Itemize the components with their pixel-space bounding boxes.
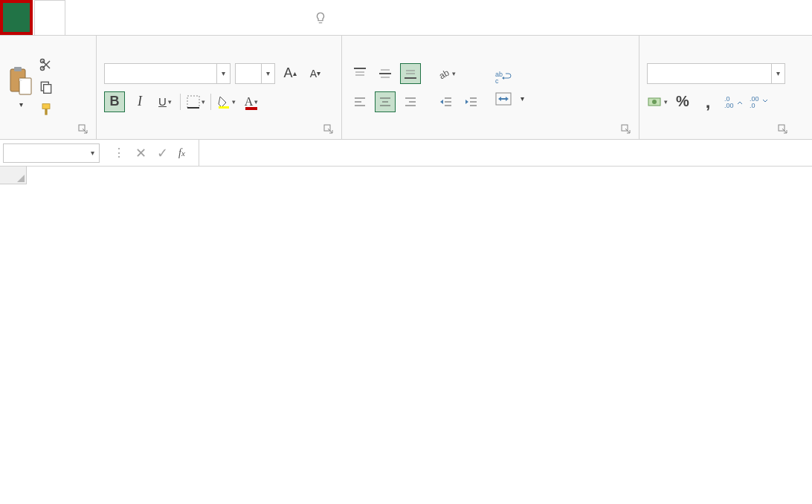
- increase-indent-icon[interactable]: [461, 91, 482, 112]
- svg-rect-6: [44, 84, 51, 93]
- tab-developer[interactable]: [244, 0, 274, 35]
- group-font: ▾ ▾ A▴ A▾ B I U A: [97, 36, 342, 139]
- formula-input[interactable]: [199, 140, 812, 166]
- chevron-down-icon: ▾: [521, 94, 524, 103]
- comma-icon[interactable]: ,: [697, 91, 718, 112]
- align-top-icon[interactable]: [349, 63, 370, 84]
- align-bottom-icon[interactable]: [400, 63, 421, 84]
- fill-color-button[interactable]: [216, 91, 236, 112]
- align-right-icon[interactable]: [400, 91, 421, 112]
- chevron-down-icon: ▾: [19, 100, 23, 109]
- align-middle-icon[interactable]: [375, 63, 396, 84]
- chevron-down-icon: ▾: [771, 64, 784, 83]
- svg-text:.0: .0: [750, 102, 755, 109]
- tab-insert[interactable]: [65, 0, 95, 35]
- tab-page-layout[interactable]: [95, 0, 125, 35]
- ribbon: ▾ ▾ ▾: [0, 36, 812, 140]
- svg-rect-8: [45, 109, 47, 114]
- svg-rect-7: [42, 103, 50, 109]
- svg-text:c: c: [495, 77, 499, 85]
- file-tab-highlight: [0, 0, 33, 35]
- decrease-decimal-icon[interactable]: .00.0: [748, 91, 769, 112]
- chevron-down-icon: ▾: [216, 64, 230, 83]
- group-alignment: ab abc ▾: [342, 36, 639, 139]
- chevron-down-icon: ▾: [261, 64, 274, 83]
- ribbon-tabs: [0, 0, 812, 36]
- lightbulb-icon: [314, 11, 327, 25]
- tab-data[interactable]: [155, 0, 184, 35]
- dots-icon[interactable]: ⋮: [113, 146, 125, 160]
- tab-home[interactable]: [34, 0, 65, 35]
- tab-formulas[interactable]: [125, 0, 155, 35]
- tab-review[interactable]: [184, 0, 214, 35]
- group-clipboard: ▾: [0, 36, 97, 139]
- italic-button[interactable]: I: [129, 91, 150, 112]
- font-name-select[interactable]: ▾: [104, 63, 231, 84]
- wrap-text-button[interactable]: abc: [495, 70, 524, 85]
- percent-icon[interactable]: %: [672, 91, 693, 112]
- svg-text:.00: .00: [724, 102, 734, 109]
- svg-rect-1: [14, 67, 22, 71]
- cancel-icon[interactable]: ✕: [135, 145, 146, 161]
- fx-icon[interactable]: fx: [178, 147, 185, 159]
- spreadsheet-grid: [0, 167, 812, 184]
- align-center-icon[interactable]: [375, 91, 396, 112]
- paste-button[interactable]: ▾: [7, 66, 34, 109]
- align-left-icon[interactable]: [349, 91, 370, 112]
- merge-center-icon: [495, 92, 512, 106]
- svg-text:ab: ab: [437, 67, 451, 80]
- tab-help[interactable]: [274, 0, 303, 35]
- font-size-select[interactable]: ▾: [235, 63, 275, 84]
- copy-icon[interactable]: [39, 80, 54, 94]
- wrap-text-icon: abc: [495, 70, 512, 85]
- accounting-format-icon[interactable]: [647, 91, 668, 112]
- svg-rect-10: [187, 96, 199, 108]
- cut-icon[interactable]: [39, 57, 54, 72]
- merge-center-button[interactable]: ▾: [495, 92, 524, 106]
- enter-icon[interactable]: ✓: [157, 145, 168, 161]
- increase-font-icon[interactable]: A▴: [280, 63, 300, 84]
- chevron-down-icon: ▾: [86, 149, 99, 157]
- dialog-launcher-icon[interactable]: [778, 124, 788, 135]
- dialog-launcher-icon[interactable]: [323, 124, 334, 135]
- dialog-launcher-icon[interactable]: [621, 124, 631, 135]
- bold-button[interactable]: B: [104, 91, 125, 112]
- name-box[interactable]: ▾: [3, 143, 100, 163]
- number-format-select[interactable]: ▾: [647, 63, 785, 84]
- tab-view[interactable]: [214, 0, 244, 35]
- dialog-launcher-icon[interactable]: [78, 124, 88, 135]
- tell-me-search[interactable]: [303, 0, 344, 35]
- select-all-corner[interactable]: [0, 167, 27, 184]
- orientation-icon[interactable]: ab: [436, 63, 457, 84]
- format-painter-icon[interactable]: [39, 102, 54, 118]
- decrease-font-icon[interactable]: A▾: [305, 63, 326, 84]
- svg-rect-12: [219, 106, 229, 109]
- group-number: ▾ % , .0.00 .00.0: [639, 36, 796, 139]
- svg-point-45: [652, 100, 657, 104]
- svg-rect-13: [245, 107, 257, 110]
- decrease-indent-icon[interactable]: [436, 91, 457, 112]
- font-color-button[interactable]: A: [241, 91, 262, 112]
- formula-bar: ▾ ⋮ ✕ ✓ fx: [0, 140, 812, 167]
- increase-decimal-icon[interactable]: .0.00: [723, 91, 744, 112]
- underline-button[interactable]: U: [155, 91, 175, 112]
- separator: [180, 94, 181, 110]
- borders-button[interactable]: [185, 91, 206, 112]
- separator: [210, 94, 211, 110]
- clipboard-paste-icon: [7, 66, 34, 97]
- tab-file[interactable]: [3, 3, 30, 32]
